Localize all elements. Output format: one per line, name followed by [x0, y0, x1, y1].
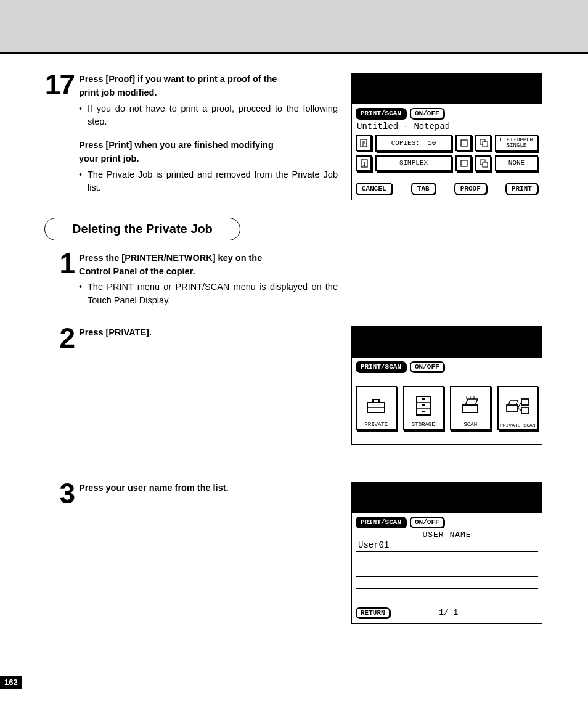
- briefcase-icon: [365, 390, 387, 422]
- onoff-button[interactable]: ON/OFF: [410, 517, 444, 528]
- copier-screen-main-menu: PRINT/SCAN ON/OFF PRIVATE STORAGE: [351, 326, 542, 445]
- svg-rect-8: [483, 162, 488, 167]
- step-17-number: 17: [42, 73, 79, 97]
- private-scan-menu-button[interactable]: PRIVATE SCAN: [497, 386, 539, 430]
- onoff-button[interactable]: ON/OFF: [410, 361, 444, 372]
- svg-rect-15: [422, 398, 425, 400]
- document-name: Untitled - Notepad: [357, 121, 538, 131]
- page-counter: 1/ 1: [390, 608, 507, 617]
- svg-rect-18: [463, 405, 478, 413]
- onoff-button[interactable]: ON/OFF: [410, 108, 444, 119]
- cabinet-icon: [414, 390, 433, 422]
- step-17-bullet-2: The Private Job is printed and removed f…: [88, 168, 338, 195]
- svg-rect-10: [373, 400, 379, 403]
- none-field[interactable]: NONE: [495, 155, 538, 171]
- section-title-wrap: Deleting the Private Job: [44, 218, 546, 240]
- svg-rect-23: [521, 399, 529, 405]
- proof-button[interactable]: PROOF: [454, 183, 487, 195]
- step-17-heading-line2: print job modified.: [79, 86, 338, 100]
- copies-field[interactable]: COPIES: 10: [375, 135, 452, 152]
- screen-blackbar: [352, 73, 542, 104]
- page-icon-2[interactable]: [475, 135, 491, 151]
- page-number: 162: [0, 676, 22, 689]
- step-3-row: 3 Press your user name from the list. PR…: [42, 482, 546, 624]
- step-2-row: 2 Press [PRIVATE]. PRINT/SCAN ON/OFF: [42, 326, 546, 445]
- copier-screen-user-list: PRINT/SCAN ON/OFF USER NAME User01 RETUR…: [351, 482, 542, 624]
- svg-rect-3: [483, 142, 488, 147]
- cancel-button[interactable]: CANCEL: [356, 183, 393, 195]
- user-row-3[interactable]: [356, 564, 538, 577]
- step-1-heading-a: Press the [PRINTER/NETWORK] key on the: [79, 252, 338, 265]
- printscan-button[interactable]: PRINT/SCAN: [356, 361, 406, 372]
- tab-button[interactable]: TAB: [411, 183, 436, 195]
- page-content: 17 Press [Proof] if you want to print a …: [0, 54, 588, 706]
- page-icon-1[interactable]: [455, 135, 472, 151]
- storage-menu-button[interactable]: STORAGE: [403, 386, 444, 430]
- step-1-number: 1: [42, 252, 79, 276]
- step-3-heading: Press your user name from the list.: [79, 482, 338, 495]
- step-17-heading2-line1: Press [Print] when you are finished modi…: [79, 139, 338, 152]
- step-17-bullet-1: If you do not have to print a proof, pro…: [88, 102, 338, 129]
- screen-blackbar: [352, 327, 542, 358]
- svg-rect-16: [422, 404, 425, 406]
- network-scanner-icon: [505, 390, 530, 422]
- printscan-button[interactable]: PRINT/SCAN: [356, 517, 406, 528]
- svg-rect-22: [507, 405, 518, 411]
- section-title: Deleting the Private Job: [44, 218, 240, 240]
- svg-text:1: 1: [362, 161, 365, 167]
- step-1-heading-b: Control Panel of the copier.: [79, 265, 338, 279]
- return-button[interactable]: RETURN: [356, 607, 390, 618]
- scanner-icon: [459, 390, 481, 422]
- layout-icon-1[interactable]: [455, 155, 472, 171]
- copier-screen-print-settings: PRINT/SCAN ON/OFF Untitled - Notepad COP…: [351, 73, 542, 200]
- svg-line-25: [518, 402, 521, 408]
- svg-rect-17: [422, 411, 425, 412]
- step-17-heading2-line2: your print job.: [79, 152, 338, 166]
- svg-line-26: [518, 408, 521, 411]
- user-row-2[interactable]: [356, 552, 538, 564]
- document-icon[interactable]: [356, 135, 372, 151]
- step-2-number: 2: [42, 326, 79, 350]
- user-row-4[interactable]: [356, 577, 538, 589]
- step-17-heading-line1: Press [Proof] if you want to print a pro…: [79, 73, 338, 86]
- staple-field[interactable]: LEFT-UPPER SINGLE: [495, 135, 538, 152]
- step-17-row: 17 Press [Proof] if you want to print a …: [42, 73, 546, 200]
- screen-blackbar: [352, 482, 542, 513]
- scan-menu-button[interactable]: SCAN: [450, 386, 491, 430]
- simplex-icon[interactable]: 1: [356, 155, 372, 171]
- user-row-1[interactable]: User01: [356, 540, 538, 552]
- print-button[interactable]: PRINT: [505, 183, 538, 195]
- user-name-header: USER NAME: [356, 530, 538, 540]
- user-row-5[interactable]: [356, 589, 538, 601]
- step-1-row: 1 Press the [PRINTER/NETWORK] key on the…: [42, 252, 546, 308]
- simplex-field[interactable]: SIMPLEX: [375, 155, 452, 171]
- header-bar: [0, 0, 588, 54]
- svg-rect-6: [461, 160, 467, 166]
- layout-icon-2[interactable]: [475, 155, 491, 171]
- printscan-button[interactable]: PRINT/SCAN: [356, 108, 406, 119]
- step-2-heading: Press [PRIVATE].: [79, 326, 338, 340]
- private-menu-button[interactable]: PRIVATE: [356, 386, 397, 430]
- step-3-number: 3: [42, 482, 79, 506]
- step-1-bullet: The PRINT menu or PRINT/SCAN menu is dis…: [88, 281, 338, 308]
- svg-rect-1: [461, 140, 467, 146]
- svg-rect-24: [521, 408, 529, 414]
